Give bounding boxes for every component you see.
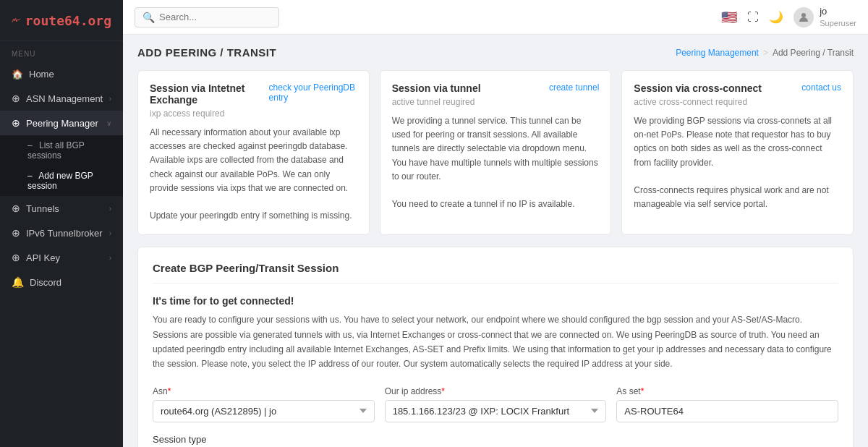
breadcrumb-current: Add Peering / Transit [773,48,854,58]
content-area: ADD PEERING / TRANSIT Peering Management… [123,35,868,447]
ipv6-icon: ⊕ [12,227,20,239]
sidebar-item-ipv6[interactable]: ⊕ IPv6 Tunnelbroker › [0,221,123,245]
card-crossconnect-header: Session via cross-connect contact us [634,82,841,94]
card-crossconnect-body: We providing BGP sessions via cross-conn… [634,114,841,211]
logo-area: route64.org [0,0,123,41]
card-ixp-link[interactable]: check your PeeringDB entry [269,82,357,103]
tunnels-chevron-icon: › [109,205,111,213]
card-tunnel-subtitle: active tunnel reugired [392,97,600,107]
card-crossconnect: Session via cross-connect contact us act… [621,70,854,235]
breadcrumb-parent[interactable]: Peering Management [676,48,759,58]
card-tunnel-body: We providing a tunnel service. This tunn… [392,114,600,211]
sidebar-item-ipv6-label: IPv6 Tunnelbroker [26,228,103,239]
breadcrumb-separator: > [763,48,768,58]
avatar [793,7,814,27]
user-name: jo [820,6,856,18]
chevron-right-icon: › [109,95,111,103]
breadcrumb: Peering Management > Add Peering / Trans… [676,48,854,58]
card-ixp-header: Session via Intetnet Exchange check your… [150,82,357,106]
chevron-down-icon: ∨ [106,119,111,127]
asset-input[interactable] [616,400,838,422]
logo-icon [12,10,21,30]
page-header: ADD PEERING / TRANSIT Peering Management… [137,46,854,59]
sidebar-item-api-label: API Key [26,252,60,263]
logo: route64.org [12,10,111,30]
search-icon: 🔍 [142,12,155,23]
sidebar-item-discord-label: Discord [30,277,61,288]
peering-submenu: – List all BGP sessions – Add new BGP se… [0,135,123,196]
sidebar-item-asn[interactable]: ⊕ ASN Management › [0,86,123,111]
card-crossconnect-link[interactable]: contact us [801,82,841,93]
sidebar-item-api[interactable]: ⊕ API Key › [0,245,123,270]
connected-title: It's time for to get connected! [153,295,838,307]
card-ixp-title: Session via Intetnet Exchange [150,82,269,106]
api-icon: ⊕ [12,252,20,263]
form-section-title: Create BGP Peering/Transit Session [153,262,838,284]
topbar: 🔍 🇺🇸 ⛶ 🌙 jo Superuser [123,0,868,35]
card-tunnel-link[interactable]: create tunnel [549,82,599,93]
session-type-label: Session type [153,434,838,445]
fullscreen-icon[interactable]: ⛶ [747,11,759,24]
home-icon: 🏠 [12,69,23,80]
form-section: Create BGP Peering/Transit Session It's … [137,247,854,447]
ip-group: Our ip address* 185.1.166.123/23 @ IXP: … [385,386,607,422]
sidebar-item-add-bgp[interactable]: – Add new BGP session [0,166,123,196]
flag-icon[interactable]: 🇺🇸 [721,9,737,25]
session-type-section: Session type Peering Transit Table feed* [153,434,838,447]
page-title: ADD PEERING / TRANSIT [137,46,276,59]
user-info: jo Superuser [820,6,856,28]
tunnels-icon: ⊕ [12,203,20,214]
theme-icon[interactable]: 🌙 [769,10,783,24]
form-row-fields: Asn* route64.org (AS212895) | jo Our ip … [153,386,838,422]
sidebar-item-list-bgp[interactable]: – List all BGP sessions [0,135,123,166]
list-bgp-label: List all BGP sessions [27,140,85,161]
info-cards-row: Session via Intetnet Exchange check your… [137,70,854,235]
svg-point-0 [801,13,806,17]
user-menu[interactable]: jo Superuser [793,6,856,28]
menu-label: MENU [0,41,123,62]
topbar-right: 🇺🇸 ⛶ 🌙 jo Superuser [721,6,856,28]
dash-icon: – [27,140,33,150]
asn-select[interactable]: route64.org (AS212895) | jo [153,400,375,422]
sidebar-item-peering[interactable]: ⊕ Peering Manager ∨ [0,111,123,135]
api-chevron-icon: › [109,254,111,262]
sidebar-item-home[interactable]: 🏠 Home [0,62,123,86]
sidebar-item-peering-label: Peering Manager [26,118,98,129]
search-box[interactable]: 🔍 [135,7,279,27]
main-area: 🔍 🇺🇸 ⛶ 🌙 jo Superuser ADD PEERING / TRAN… [123,0,868,447]
peering-icon: ⊕ [12,117,20,129]
sidebar-item-tunnels-label: Tunnels [26,203,59,214]
card-crossconnect-title: Session via cross-connect [634,82,762,94]
card-tunnel-title: Session via tunnel [392,82,481,94]
card-crossconnect-subtitle: active cross-connect required [634,97,841,107]
add-bgp-label: Add new BGP session [27,171,93,191]
sidebar-item-home-label: Home [29,69,54,80]
sidebar-item-discord[interactable]: 🔔 Discord [0,270,123,294]
asn-label: Asn* [153,386,375,396]
card-tunnel: Session via tunnel create tunnel active … [380,70,612,235]
sidebar-item-asn-label: ASN Management [26,93,103,104]
logo-text: route64.org [25,13,111,28]
asset-label: As set* [616,386,838,396]
connected-desc: You are ready to configure your sessions… [153,312,838,372]
asset-group: As set* [616,386,838,422]
search-input[interactable] [159,12,271,22]
ipv6-chevron-icon: › [109,229,111,237]
sidebar: route64.org MENU 🏠 Home ⊕ ASN Management… [0,0,123,447]
user-role: Superuser [820,18,856,28]
card-ixp-body: All necessary information about your ava… [150,126,357,223]
ip-select[interactable]: 185.1.166.123/23 @ IXP: LOCIX Frankfurt [385,400,607,422]
discord-icon: 🔔 [12,276,24,288]
ip-label: Our ip address* [385,386,607,396]
card-tunnel-header: Session via tunnel create tunnel [392,82,600,94]
asn-group: Asn* route64.org (AS212895) | jo [153,386,375,422]
card-ixp: Session via Intetnet Exchange check your… [137,70,370,235]
card-ixp-subtitle: ixp access required [150,108,357,119]
asn-icon: ⊕ [12,93,20,104]
dash2-icon: – [27,171,33,181]
sidebar-item-tunnels[interactable]: ⊕ Tunnels › [0,196,123,221]
